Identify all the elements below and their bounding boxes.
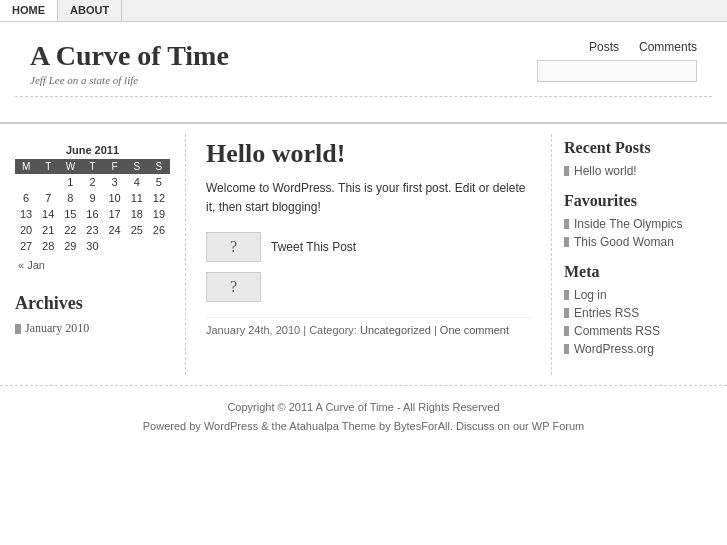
calendar-day[interactable]: 19 [148,206,170,222]
meta-link[interactable]: Entries RSS [574,306,639,320]
calendar-day[interactable]: 10 [104,190,126,206]
archives-title: Archives [15,293,170,314]
cal-header-f: F [104,159,126,174]
calendar-day[interactable]: 20 [15,222,37,238]
cal-header-t2: T [81,159,103,174]
cal-header-w: W [59,159,81,174]
calendar-day[interactable]: 1 [59,174,81,190]
header-area: A Curve of Time Jeff Lee on a state of l… [0,22,727,122]
footer: Copyright © 2011 A Curve of Time - All R… [0,385,727,447]
calendar-day[interactable]: 9 [81,190,103,206]
tweet-label[interactable]: Tweet This Post [271,240,356,254]
meta-link[interactable]: Log in [574,288,607,302]
calendar-day[interactable]: 26 [148,222,170,238]
calendar-day[interactable]: 6 [15,190,37,206]
center-content: Hello world! Welcome to WordPress. This … [185,134,552,375]
search-input[interactable] [537,60,697,82]
archives-list: January 2010 [15,320,170,337]
post-date: January 24th, 2010 [206,324,300,336]
archive-item: January 2010 [15,320,170,337]
recent-posts-list: Hello world! [564,162,715,180]
favourites-title: Favourites [564,192,715,210]
cal-header-s: S [126,159,148,174]
calendar-day[interactable]: 4 [126,174,148,190]
site-branding: A Curve of Time Jeff Lee on a state of l… [30,40,229,86]
powered-by-text: Powered by WordPress & the Atahualpa The… [10,417,717,436]
meta-link[interactable]: Comments RSS [574,324,660,338]
left-sidebar: June 2011 M T W T F S S 1234567891011121… [0,134,185,375]
tweet-button-image[interactable]: ? [206,232,261,262]
calendar-day[interactable]: 29 [59,238,81,254]
calendar-day[interactable]: 8 [59,190,81,206]
meta-list: Log inEntries RSSComments RSSWordPress.o… [564,286,715,358]
post-meta: January 24th, 2010 | Category: Uncategor… [206,317,531,336]
calendar-day[interactable]: 25 [126,222,148,238]
posts-link[interactable]: Posts [589,40,619,54]
calendar-day[interactable]: 13 [15,206,37,222]
meta-item: WordPress.org [564,340,715,358]
calendar-day[interactable]: 2 [81,174,103,190]
cal-header-m: M [15,159,37,174]
calendar-day[interactable]: 14 [37,206,59,222]
calendar-day[interactable]: 28 [37,238,59,254]
meta-section: Meta Log inEntries RSSComments RSSWordPr… [564,263,715,358]
calendar-widget: June 2011 M T W T F S S 1234567891011121… [15,144,170,273]
posts-comments-links: Posts Comments [589,40,697,54]
calendar-day [15,174,37,190]
cal-prev-link[interactable]: « Jan [18,259,45,271]
calendar-day[interactable]: 22 [59,222,81,238]
recent-post-link[interactable]: Hello world! [574,164,637,178]
favourites-section: Favourites Inside The OlympicsThis Good … [564,192,715,251]
meta-title: Meta [564,263,715,281]
favourite-item: This Good Woman [564,233,715,251]
comments-link[interactable]: Comments [639,40,697,54]
calendar-day[interactable]: 12 [148,190,170,206]
copyright-text: Copyright © 2011 A Curve of Time - All R… [10,398,717,417]
recent-posts-title: Recent Posts [564,139,715,157]
nav-tab-about[interactable]: ABOUT [58,0,122,21]
recent-posts-section: Recent Posts Hello world! [564,139,715,180]
calendar-day[interactable]: 16 [81,206,103,222]
calendar-day[interactable]: 18 [126,206,148,222]
main-content-area: June 2011 M T W T F S S 1234567891011121… [0,122,727,385]
meta-item: Log in [564,286,715,304]
meta-item: Comments RSS [564,322,715,340]
calendar-nav: « Jan [15,257,170,273]
nav-tab-home[interactable]: HOME [0,0,58,21]
site-tagline: Jeff Lee on a state of life [30,74,229,86]
calendar-day[interactable]: 24 [104,222,126,238]
calendar-day[interactable]: 3 [104,174,126,190]
meta-link[interactable]: WordPress.org [574,342,654,356]
calendar-day [37,174,59,190]
calendar-day[interactable]: 15 [59,206,81,222]
calendar-day [148,238,170,254]
calendar-day[interactable]: 23 [81,222,103,238]
recent-post-item: Hello world! [564,162,715,180]
post-title: Hello world! [206,139,531,169]
favourite-link[interactable]: Inside The Olympics [574,217,683,231]
cal-header-s2: S [148,159,170,174]
calendar-day[interactable]: 5 [148,174,170,190]
calendar-day [126,238,148,254]
archives-section: Archives January 2010 [15,293,170,337]
cal-header-t: T [37,159,59,174]
favourite-item: Inside The Olympics [564,215,715,233]
category-label: Category: [309,324,357,336]
calendar-day[interactable]: 7 [37,190,59,206]
share-button-image[interactable]: ? [206,272,261,302]
site-title: A Curve of Time [30,40,229,72]
calendar-day[interactable]: 11 [126,190,148,206]
navigation-bar: HOME ABOUT [0,0,727,22]
calendar-day[interactable]: 27 [15,238,37,254]
calendar-day[interactable]: 30 [81,238,103,254]
calendar-day[interactable]: 21 [37,222,59,238]
right-sidebar: Recent Posts Hello world! Favourites Ins… [552,134,727,375]
calendar-day[interactable]: 17 [104,206,126,222]
calendar-month-year: June 2011 [15,144,170,156]
category-link[interactable]: Uncategorized [360,324,431,336]
comments-count-link[interactable]: One comment [440,324,509,336]
meta-item: Entries RSS [564,304,715,322]
archive-link[interactable]: January 2010 [25,321,89,336]
calendar-day [104,238,126,254]
favourite-link[interactable]: This Good Woman [574,235,674,249]
